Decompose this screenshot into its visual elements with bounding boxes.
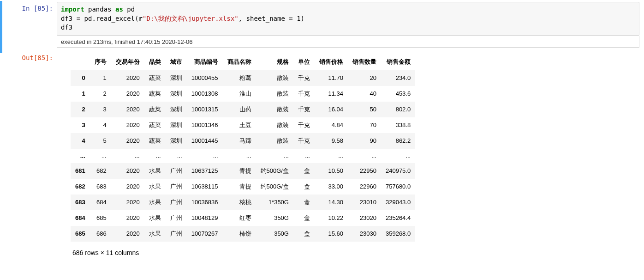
column-header: 单位 (293, 54, 315, 70)
in-prompt-label: In [85]: (22, 5, 53, 12)
table-row: 122020蔬菜深圳10001308淮山散装千克11.3440453.6 (71, 86, 415, 102)
row-index: ... (71, 149, 90, 163)
table-row: 342020蔬菜深圳10001346土豆散装千克4.8470338.8 (71, 117, 415, 133)
table-cell: 22950 (348, 163, 381, 179)
table-cell: 453.6 (381, 86, 415, 102)
table-cell: 深圳 (166, 117, 187, 133)
column-header: 商品名称 (223, 54, 256, 70)
table-cell: 2020 (111, 226, 144, 242)
table-cell: ... (187, 149, 223, 163)
table-cell: 10001315 (187, 102, 223, 117)
table-cell: 338.8 (381, 117, 415, 133)
table-cell: ... (381, 149, 415, 163)
table-cell: 2020 (111, 195, 144, 210)
row-index: 4 (71, 133, 90, 149)
table-cell: 粉葛 (223, 70, 256, 86)
table-cell: 2020 (111, 86, 144, 102)
table-row: 6846852020水果广州10048129红枣350G盒10.22230202… (71, 210, 415, 226)
table-cell: 蔬菜 (144, 86, 166, 102)
column-header: 品类 (144, 54, 166, 70)
table-cell: 广州 (166, 226, 187, 242)
header-row: 序号交易年份品类城市商品编号商品名称规格单位销售价格销售数量销售金额 (71, 54, 415, 70)
out-prompt-label: Out[85]: (22, 54, 53, 61)
table-row: 6836842020水果广州10036836核桃1*350G盒14.302301… (71, 195, 415, 210)
row-index: 1 (71, 86, 90, 102)
table-cell: 广州 (166, 179, 187, 195)
table-cell: 散装 (256, 117, 293, 133)
table-cell: ... (111, 149, 144, 163)
table-cell: 359268.0 (381, 226, 415, 242)
table-cell: 盒 (293, 226, 315, 242)
table-cell: 4.84 (315, 117, 348, 133)
row-index: 683 (71, 195, 90, 210)
column-header: 销售数量 (348, 54, 381, 70)
notebook-cell: In [85]: import pandas as pd df3 = pd.re… (0, 1, 644, 53)
table-cell: 40 (348, 86, 381, 102)
table-cell: 685 (90, 210, 111, 226)
code-text: , sheet_name = (239, 15, 297, 22)
table-cell: 蔬菜 (144, 133, 166, 149)
table-cell: 散装 (256, 102, 293, 117)
table-cell: 约500G/盒 (256, 163, 293, 179)
table-cell: 2020 (111, 102, 144, 117)
table-cell: 686 (90, 226, 111, 242)
alias-name: pd (123, 6, 135, 13)
table-cell: ... (90, 149, 111, 163)
table-row: 6826832020水果广州10638115青提约500G/盒盒33.00229… (71, 179, 415, 195)
code-text: ) (301, 15, 304, 22)
column-header: 城市 (166, 54, 187, 70)
row-index: 2 (71, 102, 90, 117)
table-cell: 10.22 (315, 210, 348, 226)
table-cell: ... (315, 149, 348, 163)
table-cell: 22960 (348, 179, 381, 195)
table-cell: 蔬菜 (144, 70, 166, 86)
table-cell: 350G (256, 210, 293, 226)
table-cell: 10001346 (187, 117, 223, 133)
table-cell: 234.0 (381, 70, 415, 86)
table-cell: 水果 (144, 210, 166, 226)
table-cell: 青提 (223, 163, 256, 179)
table-cell: 9.58 (315, 133, 348, 149)
table-cell: 11.34 (315, 86, 348, 102)
table-cell: 柿饼 (223, 226, 256, 242)
table-cell: 盒 (293, 179, 315, 195)
column-header: 销售价格 (315, 54, 348, 70)
table-cell: 23020 (348, 210, 381, 226)
table-cell: 33.00 (315, 179, 348, 195)
table-cell: 235264.4 (381, 210, 415, 226)
raw-prefix: r (139, 15, 143, 22)
table-cell: 盒 (293, 210, 315, 226)
table-body: 012020蔬菜深圳10000455粉葛散装千克11.7020234.01220… (71, 70, 415, 242)
table-cell: 土豆 (223, 117, 256, 133)
table-cell: 329043.0 (381, 195, 415, 210)
table-row: 452020蔬菜深圳10001445马蹄散装千克9.5890862.2 (71, 133, 415, 149)
table-cell: ... (166, 149, 187, 163)
table-cell: 2 (90, 86, 111, 102)
table-cell: 3 (90, 102, 111, 117)
row-index: 0 (71, 70, 90, 86)
table-cell: 深圳 (166, 102, 187, 117)
output-cell: Out[85]: 序号交易年份品类城市商品编号商品名称规格单位销售价格销售数量销… (0, 54, 644, 262)
output-content: 序号交易年份品类城市商品编号商品名称规格单位销售价格销售数量销售金额 01202… (57, 54, 644, 258)
table-cell: 16.04 (315, 102, 348, 117)
table-cell: ... (348, 149, 381, 163)
table-cell: 90 (348, 133, 381, 149)
table-cell: 广州 (166, 195, 187, 210)
table-cell: 淮山 (223, 86, 256, 102)
table-cell: 10638115 (187, 179, 223, 195)
table-cell: 盒 (293, 163, 315, 179)
table-cell: 10.50 (315, 163, 348, 179)
row-index: 685 (71, 226, 90, 242)
table-cell: 23030 (348, 226, 381, 242)
table-cell: 水果 (144, 195, 166, 210)
table-cell: 千克 (293, 70, 315, 86)
table-cell: 2020 (111, 163, 144, 179)
table-cell: 23010 (348, 195, 381, 210)
table-cell: ... (293, 149, 315, 163)
table-cell: 2020 (111, 179, 144, 195)
dataframe-shape-footer: 686 rows × 11 columns (71, 242, 639, 258)
table-row: 6816822020水果广州10637125青提约500G/盒盒10.50229… (71, 163, 415, 179)
dataframe-table[interactable]: 序号交易年份品类城市商品编号商品名称规格单位销售价格销售数量销售金额 01202… (71, 54, 415, 242)
code-input[interactable]: import pandas as pd df3 = pd.read_excel(… (57, 2, 639, 36)
cell-content: import pandas as pd df3 = pd.read_excel(… (57, 2, 644, 49)
